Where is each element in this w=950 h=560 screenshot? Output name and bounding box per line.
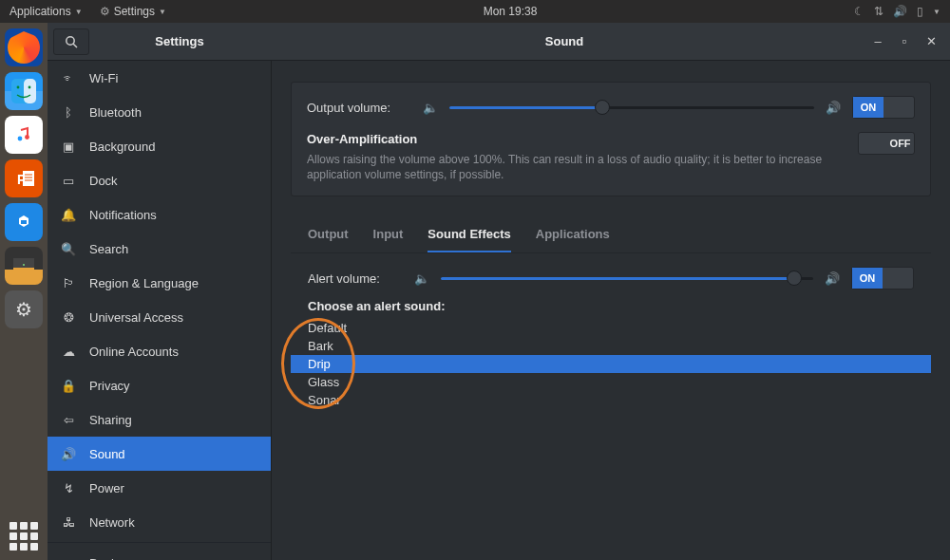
volume-icon[interactable]: 🔊: [893, 5, 907, 18]
svg-point-3: [28, 86, 31, 89]
dock-icon-settings[interactable]: ⚙: [5, 290, 43, 328]
alert-sound-option[interactable]: Drip: [291, 355, 931, 373]
app-menu-label: Settings: [114, 5, 155, 18]
chevron-down-icon: ▼: [933, 8, 940, 16]
sidebar-item-privacy[interactable]: 🔒Privacy: [48, 368, 271, 402]
speaker-icon: 🔊: [61, 447, 76, 461]
toggle-off-half: [884, 97, 914, 118]
network-icon[interactable]: ⇅: [874, 5, 884, 18]
settings-sidebar: ᯤWi-Fi ᛒBluetooth ▣Background ▭Dock 🔔Not…: [48, 61, 272, 560]
alert-sound-option[interactable]: Default: [291, 319, 931, 337]
speaker-low-icon: 🔈: [414, 271, 429, 286]
toggle-on-label: ON: [853, 97, 884, 118]
sidebar-item-label: Search: [89, 242, 128, 256]
svg-point-6: [25, 135, 29, 140]
dock-icon-music[interactable]: [5, 116, 43, 154]
dock-icon-files[interactable]: [5, 72, 43, 110]
lock-icon: 🔒: [61, 379, 76, 393]
dock-icon-presentation[interactable]: P: [5, 159, 43, 197]
settings-icon: ⚙: [100, 5, 110, 18]
search-icon: 🔍: [61, 242, 76, 256]
svg-rect-1: [24, 79, 36, 103]
svg-line-17: [73, 44, 77, 47]
sidebar-item-label: Online Accounts: [89, 345, 179, 359]
bluetooth-icon: ᛒ: [61, 105, 76, 120]
dock-icon-drive[interactable]: [5, 247, 43, 285]
sidebar-item-notifications[interactable]: 🔔Notifications: [48, 197, 271, 232]
sidebar-item-devices[interactable]: 🖴Devices›: [48, 546, 271, 560]
chevron-down-icon: ▼: [159, 8, 166, 16]
sidebar-item-sound[interactable]: 🔊Sound: [48, 437, 271, 471]
output-mute-toggle[interactable]: ON: [852, 96, 915, 119]
tab-input[interactable]: Input: [373, 227, 404, 252]
show-apps-button[interactable]: [10, 522, 38, 551]
top-panel: Applications ▼ ⚙ Settings ▼ Mon 19:38 ☾ …: [0, 0, 950, 23]
clock[interactable]: Mon 19:38: [166, 5, 854, 18]
chevron-down-icon: ▼: [75, 8, 83, 16]
sidebar-item-background[interactable]: ▣Background: [48, 129, 271, 163]
alert-volume-slider[interactable]: [441, 271, 813, 286]
chevron-right-icon: ›: [257, 556, 261, 561]
sidebar-item-label: Notifications: [89, 208, 157, 222]
dock-icon: ▭: [61, 174, 76, 188]
sidebar-item-region[interactable]: 🏳Region & Language: [48, 266, 271, 300]
speaker-high-icon: 🔊: [825, 271, 840, 286]
tab-output[interactable]: Output: [308, 227, 349, 252]
close-button[interactable]: ✕: [925, 34, 937, 48]
maximize-button[interactable]: ▫: [899, 34, 910, 48]
sidebar-item-power[interactable]: ↯Power: [48, 471, 271, 505]
network-icon: 🖧: [61, 515, 76, 530]
battery-icon[interactable]: ▯: [917, 5, 923, 18]
sidebar-item-online-accounts[interactable]: ☁Online Accounts: [48, 334, 271, 368]
sidebar-title: Settings: [89, 34, 270, 48]
output-volume-slider[interactable]: [449, 100, 814, 115]
svg-point-16: [66, 36, 74, 44]
sidebar-item-dock[interactable]: ▭Dock: [48, 163, 271, 197]
svg-rect-14: [13, 268, 34, 273]
dock: P ⚙: [0, 23, 48, 560]
sidebar-item-label: Network: [89, 515, 135, 530]
search-icon: [65, 35, 78, 48]
speaker-low-icon: 🔈: [423, 101, 438, 115]
devices-icon: 🖴: [61, 556, 76, 561]
sidebar-item-search[interactable]: 🔍Search: [48, 232, 271, 266]
svg-text:P: P: [17, 172, 26, 187]
sidebar-item-label: Wi-Fi: [89, 71, 118, 85]
night-icon[interactable]: ☾: [854, 5, 864, 18]
overamp-title: Over-Amplification: [307, 132, 846, 146]
tab-applications[interactable]: Applications: [536, 227, 610, 252]
alert-sound-option[interactable]: Glass: [291, 373, 931, 391]
dock-icon-store[interactable]: [5, 203, 43, 241]
applications-menu-label: Applications: [10, 5, 71, 18]
app-menu[interactable]: ⚙ Settings ▼: [100, 5, 166, 18]
sidebar-item-label: Sharing: [89, 413, 132, 427]
alert-sound-option[interactable]: Sonar: [291, 391, 931, 409]
globe-icon: 🏳: [61, 276, 76, 290]
minimize-button[interactable]: –: [872, 34, 884, 48]
search-button[interactable]: [53, 28, 89, 55]
toggle-on-half: [859, 133, 886, 154]
output-volume-label: Output volume:: [307, 101, 411, 115]
applications-menu[interactable]: Applications ▼: [10, 5, 83, 18]
sidebar-item-wifi[interactable]: ᯤWi-Fi: [48, 61, 271, 95]
sidebar-item-sharing[interactable]: ⇦Sharing: [48, 402, 271, 437]
alert-volume-label: Alert volume:: [308, 271, 403, 286]
overamp-toggle[interactable]: OFF: [858, 132, 915, 155]
system-tray[interactable]: ☾ ⇅ 🔊 ▯ ▼: [854, 5, 940, 18]
sidebar-item-universal-access[interactable]: ❂Universal Access: [48, 300, 271, 334]
tab-sound-effects[interactable]: Sound Effects: [428, 227, 510, 252]
sidebar-item-bluetooth[interactable]: ᛒBluetooth: [48, 95, 271, 129]
toggle-on-label: ON: [852, 268, 883, 289]
alert-mute-toggle[interactable]: ON: [851, 267, 914, 289]
sidebar-item-label: Background: [89, 140, 155, 154]
overamp-hint: Allows raising the volume above 100%. Th…: [307, 152, 846, 182]
sidebar-item-label: Privacy: [89, 379, 130, 393]
alert-sound-option[interactable]: Bark: [291, 337, 931, 355]
sidebar-item-network[interactable]: 🖧Network: [48, 505, 271, 539]
sidebar-item-label: Region & Language: [89, 276, 199, 290]
alert-volume-row: Alert volume: 🔈 🔊 ON: [291, 267, 931, 289]
dock-icon-firefox[interactable]: [5, 28, 43, 66]
sidebar-item-label: Bluetooth: [89, 105, 142, 120]
sound-tabs: Output Input Sound Effects Applications: [291, 217, 931, 253]
sidebar-item-label: Sound: [89, 447, 125, 461]
